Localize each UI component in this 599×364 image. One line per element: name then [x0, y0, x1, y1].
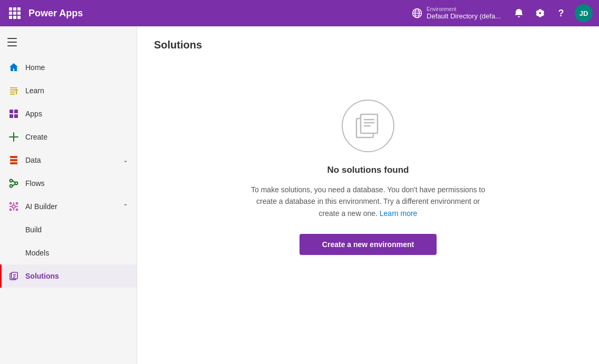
sidebar-item-build[interactable]: Build — [0, 218, 137, 241]
svg-rect-13 — [10, 162, 17, 164]
avatar[interactable]: JD — [575, 4, 593, 22]
svg-point-27 — [16, 209, 18, 211]
svg-rect-34 — [361, 114, 378, 133]
learn-icon — [8, 85, 19, 96]
no-solutions-illustration — [352, 110, 384, 142]
create-icon — [8, 132, 19, 142]
sidebar-item-learn[interactable]: Learn — [0, 79, 137, 102]
main-layout: Home Learn Apps Create — [0, 26, 599, 364]
sidebar-item-label: Models — [25, 249, 49, 257]
app-launcher-button[interactable] — [6, 5, 23, 22]
chevron-down-icon: ⌄ — [123, 156, 128, 164]
sidebar: Home Learn Apps Create — [0, 26, 137, 364]
main-content: Solutions No solutions found To make sol… — [137, 26, 599, 364]
svg-point-24 — [10, 203, 12, 204]
svg-point-19 — [12, 205, 15, 208]
hamburger-menu-button[interactable] — [4, 33, 23, 52]
sidebar-item-apps[interactable]: Apps — [0, 102, 137, 125]
empty-state-description: To make solutions, you need a database. … — [247, 184, 489, 219]
environment-label: Environment — [427, 6, 456, 12]
sidebar-item-label: Flows — [25, 179, 45, 188]
globe-icon — [412, 8, 422, 18]
sidebar-item-label: Learn — [25, 86, 44, 95]
create-environment-button[interactable]: Create a new environment — [300, 234, 437, 255]
sidebar-item-label: Build — [25, 225, 42, 234]
learn-more-link[interactable]: Learn more — [380, 209, 418, 218]
svg-rect-9 — [9, 114, 13, 118]
app-title: Power Apps — [28, 8, 83, 19]
header-action-icons: ? JD — [509, 4, 593, 23]
environment-info: Environment Default Directory (defa... — [427, 6, 501, 20]
svg-rect-11 — [10, 156, 17, 158]
hamburger-icon — [7, 42, 17, 43]
bell-icon — [514, 8, 524, 18]
sidebar-item-home[interactable]: Home — [0, 56, 137, 79]
svg-line-18 — [13, 184, 15, 186]
grid-icon — [9, 7, 21, 19]
sidebar-item-label: Create — [25, 133, 47, 141]
svg-rect-7 — [9, 110, 13, 113]
help-button[interactable]: ? — [552, 4, 571, 23]
sidebar-item-create[interactable]: Create — [0, 125, 137, 149]
settings-button[interactable] — [530, 4, 549, 23]
sidebar-item-solutions[interactable]: Solutions — [0, 264, 137, 288]
svg-point-26 — [10, 209, 12, 211]
svg-rect-8 — [14, 110, 18, 113]
hamburger-icon — [7, 45, 17, 46]
apps-icon — [8, 109, 19, 119]
sidebar-item-label: AI Builder — [25, 202, 57, 211]
gear-icon — [535, 8, 545, 18]
svg-point-14 — [10, 180, 13, 182]
chevron-up-icon: ⌃ — [123, 203, 128, 210]
hamburger-icon — [7, 38, 17, 39]
svg-rect-5 — [16, 91, 17, 94]
question-icon: ? — [558, 8, 564, 19]
environment-value: Default Directory (defa... — [427, 12, 501, 20]
solutions-icon — [8, 271, 19, 281]
svg-point-25 — [16, 203, 18, 204]
environment-selector[interactable]: Environment Default Directory (defa... — [412, 6, 501, 20]
svg-rect-10 — [14, 114, 18, 118]
sidebar-item-ai-builder[interactable]: AI Builder ⌃ — [0, 195, 137, 218]
sidebar-item-data[interactable]: Data ⌄ — [0, 149, 137, 172]
sidebar-item-label: Home — [25, 63, 45, 72]
sidebar-item-label: Solutions — [25, 272, 59, 280]
sidebar-item-models[interactable]: Models — [0, 241, 137, 264]
svg-point-15 — [15, 182, 18, 185]
header: Power Apps Environment Default Directory… — [0, 0, 599, 26]
page-title: Solutions — [154, 39, 582, 51]
svg-rect-12 — [10, 159, 17, 161]
empty-state-title: No solutions found — [327, 165, 409, 175]
solutions-empty-icon — [342, 100, 394, 152]
sidebar-item-flows[interactable]: Flows — [0, 172, 137, 195]
notification-button[interactable] — [509, 4, 528, 23]
flows-icon — [8, 178, 19, 189]
data-icon — [8, 155, 19, 165]
svg-point-16 — [10, 185, 13, 188]
svg-line-17 — [13, 181, 15, 183]
sidebar-item-label: Data — [25, 156, 41, 164]
sidebar-item-label: Apps — [25, 110, 42, 118]
ai-icon — [8, 201, 19, 212]
empty-state: No solutions found To make solutions, yo… — [236, 68, 500, 287]
home-icon — [8, 62, 19, 73]
